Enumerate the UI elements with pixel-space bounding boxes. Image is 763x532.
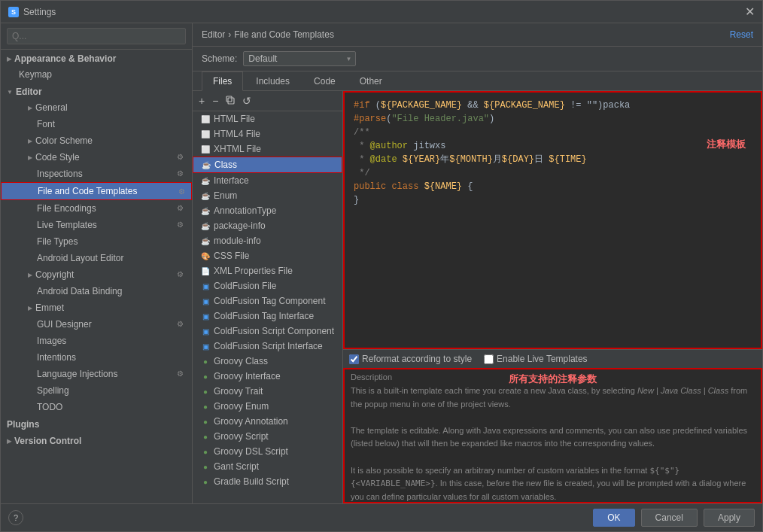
list-item[interactable]: ▣ ColdFusion Tag Component	[193, 293, 342, 309]
sidebar-item-live-templates[interactable]: Live Templates ⚙	[1, 217, 192, 233]
sidebar-item-emmet[interactable]: ▶ Emmet	[1, 299, 192, 316]
list-item[interactable]: ▣ ColdFusion File	[193, 278, 342, 293]
sidebar-item-keymap[interactable]: Keymap	[1, 66, 192, 83]
sidebar-item-version-control[interactable]: ▶ Version Control	[1, 432, 192, 448]
sidebar-item-file-code-templates[interactable]: File and Code Templates ⚙	[1, 182, 192, 200]
list-item-class[interactable]: ☕ Class	[193, 157, 342, 173]
html-icon: ⬜	[200, 114, 211, 124]
sidebar-item-appearance[interactable]: ▶ Appearance & Behavior	[1, 50, 192, 66]
sidebar-item-editor[interactable]: ▼ Editor	[1, 83, 192, 99]
settings-icon: ⚙	[177, 220, 186, 230]
sidebar-item-android-data-binding[interactable]: Android Data Binding	[1, 283, 192, 299]
main-content: ▶ Appearance & Behavior Keymap ▼ Editor …	[1, 23, 762, 503]
list-item[interactable]: ▣ ColdFusion Script Interface	[193, 339, 342, 354]
search-input[interactable]	[7, 28, 186, 44]
live-templates-checkbox[interactable]	[484, 354, 494, 364]
list-item[interactable]: ● Groovy DSL Script	[193, 444, 342, 459]
scheme-select[interactable]: Default Project	[243, 51, 356, 66]
tab-includes[interactable]: Includes	[245, 71, 301, 91]
java-icon: ☕	[200, 175, 211, 186]
reset-button[interactable]: Reset	[730, 29, 753, 40]
sidebar-label: File Types	[37, 236, 78, 247]
file-label: Groovy Class	[214, 356, 268, 366]
sidebar-label: Android Layout Editor	[37, 253, 123, 263]
titlebar: S Settings ✕	[1, 1, 762, 23]
list-item[interactable]: ▣ ColdFusion Tag Interface	[193, 309, 342, 324]
close-button[interactable]: ✕	[745, 6, 755, 18]
list-item[interactable]: ● Groovy Annotation	[193, 414, 342, 429]
expand-icon: ▶	[28, 105, 32, 111]
breadcrumb: Editor › File and Code Templates	[202, 29, 334, 40]
sidebar-item-file-types[interactable]: File Types	[1, 233, 192, 250]
file-label: XML Properties File	[214, 266, 293, 276]
list-item[interactable]: ● Groovy Trait	[193, 384, 342, 399]
sidebar-item-plugins[interactable]: Plugins	[1, 415, 192, 432]
sidebar-label: Appearance & Behavior	[14, 53, 116, 64]
cf-icon: ▣	[200, 326, 211, 336]
reset-file-button[interactable]: ↺	[239, 93, 254, 108]
file-label: Gant Script	[214, 461, 259, 472]
apply-button[interactable]: Apply	[704, 509, 755, 527]
sidebar-label: Live Templates	[37, 220, 97, 230]
sidebar-item-images[interactable]: Images	[1, 333, 192, 349]
file-label: Groovy Enum	[214, 401, 269, 412]
sidebar-item-general[interactable]: ▶ General	[1, 99, 192, 116]
options-bar: Reformat according to style Enable Live …	[343, 349, 762, 368]
tab-other[interactable]: Other	[348, 71, 394, 91]
list-item[interactable]: ☕ module-info	[193, 233, 342, 248]
help-button[interactable]: ?	[8, 510, 23, 525]
list-item[interactable]: ● Groovy Script	[193, 429, 342, 444]
sidebar-label: General	[35, 102, 68, 113]
sidebar-label: TODO	[37, 402, 62, 412]
cancel-button[interactable]: Cancel	[641, 509, 698, 527]
window-title: Settings	[23, 7, 56, 17]
ok-button[interactable]: OK	[593, 509, 634, 527]
sidebar-item-code-style[interactable]: ▶ Code Style ⚙	[1, 149, 192, 166]
settings-icon: ⚙	[177, 153, 186, 162]
list-item[interactable]: ☕ Interface	[193, 173, 342, 188]
live-templates-checkbox-label[interactable]: Enable Live Templates	[484, 354, 588, 364]
sidebar-item-color-scheme[interactable]: ▶ Color Scheme	[1, 132, 192, 149]
file-label: Groovy Interface	[214, 371, 281, 382]
list-item[interactable]: ☕ Enum	[193, 188, 342, 203]
sidebar-item-gui-designer[interactable]: GUI Designer ⚙	[1, 316, 192, 333]
reformat-checkbox-label[interactable]: Reformat according to style	[349, 354, 472, 364]
list-item[interactable]: ● Gradle Build Script	[193, 474, 342, 489]
add-button[interactable]: +	[196, 93, 208, 108]
list-item[interactable]: ● Groovy Interface	[193, 369, 342, 384]
sidebar-item-language-injections[interactable]: Language Injections ⚙	[1, 366, 192, 382]
sidebar-item-file-encodings[interactable]: File Encodings ⚙	[1, 200, 192, 217]
reformat-checkbox[interactable]	[349, 354, 359, 364]
list-item[interactable]: ☕ AnnotationType	[193, 203, 342, 218]
remove-button[interactable]: −	[209, 93, 221, 108]
list-item[interactable]: ⬜ HTML File	[193, 111, 342, 126]
list-item[interactable]: ● Groovy Class	[193, 354, 342, 369]
file-label: HTML4 File	[214, 129, 260, 139]
list-item[interactable]: ● Gant Script	[193, 459, 342, 474]
code-editor[interactable]: 注释模板 #if (${PACKAGE_NAME} && ${PACKAGE_N…	[343, 91, 762, 349]
sidebar-item-intentions[interactable]: Intentions	[1, 349, 192, 366]
list-item[interactable]: ⬜ HTML4 File	[193, 126, 342, 141]
tab-files[interactable]: Files	[202, 71, 243, 91]
sidebar-item-android-layout[interactable]: Android Layout Editor	[1, 250, 192, 266]
java-icon: ☕	[201, 160, 211, 170]
sidebar-item-inspections[interactable]: Inspections ⚙	[1, 166, 192, 182]
list-item[interactable]: ☕ package-info	[193, 218, 342, 233]
sidebar-item-copyright[interactable]: ▶ Copyright ⚙	[1, 266, 192, 283]
list-item[interactable]: ● Groovy Enum	[193, 399, 342, 414]
list-item[interactable]: ⬜ XHTML File	[193, 141, 342, 157]
scheme-select-wrapper: Default Project	[243, 51, 356, 66]
list-item[interactable]: ▣ ColdFusion Script Component	[193, 324, 342, 339]
sidebar-label: Inspections	[37, 169, 83, 179]
list-item[interactable]: 🎨 CSS File	[193, 248, 342, 263]
file-label: Groovy DSL Script	[214, 446, 288, 457]
file-toolbar: + − ↺	[193, 91, 342, 111]
sidebar-item-spelling[interactable]: Spelling	[1, 382, 192, 399]
tab-code[interactable]: Code	[302, 71, 347, 91]
sidebar-item-todo[interactable]: TODO	[1, 399, 192, 415]
sidebar-label: Font	[37, 119, 55, 129]
sidebar-item-font[interactable]: Font	[1, 116, 192, 132]
file-label: XHTML File	[214, 144, 261, 154]
list-item[interactable]: 📄 XML Properties File	[193, 263, 342, 278]
copy-button[interactable]	[223, 93, 238, 108]
